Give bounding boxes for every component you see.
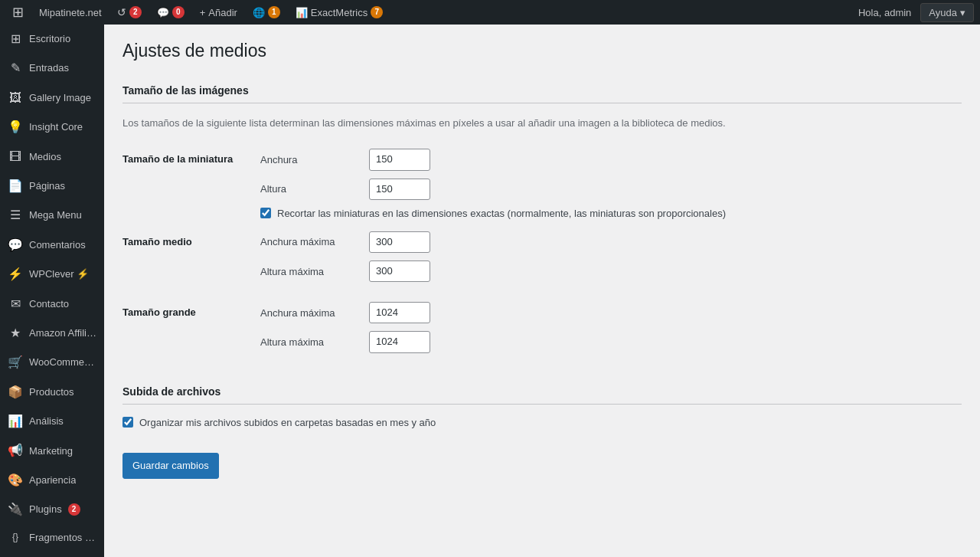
main-content: Ajustes de medios Tamaño de las imágenes… [104,25,980,557]
ayuda-button[interactable]: Ayuda ▾ [920,3,974,22]
sidebar-label-insight-core: Insight Core [29,120,83,134]
save-button[interactable]: Guardar cambios [122,453,219,480]
thumbnail-fields: Anchura Altura Recortar las miniaturas e… [260,149,962,218]
admin-bar-exactmetrics[interactable]: 📊 ExactMetrics 7 [289,0,389,25]
sidebar-label-apariencia: Apariencia [29,473,76,487]
entradas-icon: ✎ [8,60,23,77]
gallery-image-icon: 🖼 [8,90,23,106]
medium-height-label: Altura máxima [260,266,360,277]
sidebar-item-apariencia[interactable]: 🎨 Apariencia [0,466,104,495]
page-header: Ajustes de medios [122,40,962,78]
page-title: Ajustes de medios [122,40,266,63]
sidebar-item-productos[interactable]: 📦 Productos [0,378,104,407]
upload-section: Subida de archivos Organizar mis archivo… [122,385,962,428]
updates-icon: ↺ [117,6,126,18]
exactmetrics-badge: 7 [371,6,383,18]
thumbnail-width-label: Anchura [260,154,360,165]
sidebar-label-comentarios: Comentarios [29,238,86,252]
sidebar: ⊞ Escritorio ✎ Entradas 🖼 Gallery Image … [0,25,104,557]
thumbnail-label: Tamaño de la miniatura [122,149,260,165]
sidebar-item-paginas[interactable]: 📄 Páginas [0,172,104,201]
sidebar-item-medios[interactable]: 🎞 Medios [0,143,104,172]
plugins-icon: 🔌 [8,501,23,518]
sidebar-item-escritorio[interactable]: ⊞ Escritorio [0,25,104,54]
sidebar-label-contacto: Contacto [29,297,69,311]
analisis-icon: 📊 [8,413,23,430]
medium-width-row: Anchura máxima [260,231,962,253]
medium-section: Tamaño medio Anchura máxima Altura máxim… [122,231,962,290]
contacto-icon: ✉ [8,296,23,313]
sidebar-label-entradas: Entradas [29,61,69,75]
large-height-label: Altura máxima [260,336,360,348]
admin-bar-comments[interactable]: 💬 0 [151,0,191,25]
upload-organize-checkbox[interactable] [122,417,133,428]
thumbnail-width-row: Anchura [260,149,962,170]
sidebar-label-amazon-affiliate: Amazon Affiliate [29,326,96,340]
thumbnail-crop-label[interactable]: Recortar las miniaturas en las dimension… [277,208,726,219]
medium-label: Tamaño medio [122,231,260,247]
escritorio-icon: ⊞ [8,31,23,48]
medium-width-label: Anchura máxima [260,236,360,247]
comments-badge: 0 [172,6,185,18]
large-height-input[interactable] [369,331,430,352]
admin-bar-wpml[interactable]: 🌐 1 [247,0,286,25]
sidebar-label-paginas: Páginas [29,179,65,193]
hola-label: Hola, admin [852,7,917,18]
form-actions: Guardar cambios [122,453,962,480]
medium-width-input[interactable] [369,231,430,253]
wpclever-icon: ⚡ [8,266,23,283]
image-sizes-description: Los tamaños de la siguiente lista determ… [122,116,962,131]
admin-bar: ⊞ Mipatinete.net ↺ 2 💬 0 + Añadir 🌐 1 📊 … [0,0,980,25]
large-fields: Anchura máxima Altura máxima [260,302,962,360]
large-section: Tamaño grande Anchura máxima Altura máxi… [122,302,962,360]
site-name-label: Mipatinete.net [39,7,102,18]
sidebar-label-fragmentos: Fragmentos de código [29,531,96,545]
plugins-badge: 2 [68,503,80,516]
sidebar-item-wpclever[interactable]: ⚡ WPClever ⚡ [0,260,104,289]
sidebar-item-amazon-affiliate[interactable]: ★ Amazon Affiliate [0,319,104,348]
medium-fields: Anchura máxima Altura máxima [260,231,962,290]
sidebar-label-medios: Medios [29,150,61,164]
sidebar-label-gallery-image: Gallery Image [29,91,91,105]
productos-icon: 📦 [8,384,23,401]
sidebar-item-woocommerce[interactable]: 🛒 WooCommerce [0,348,104,377]
admin-bar-right: Hola, admin Ayuda ▾ [852,3,974,22]
image-sizes-section: Tamaño de las imágenes Los tamaños de la… [122,84,962,361]
thumbnail-height-input[interactable] [369,179,430,200]
upload-organize-label[interactable]: Organizar mis archivos subidos en carpet… [139,417,436,428]
sidebar-item-entradas[interactable]: ✎ Entradas [0,54,104,83]
sidebar-label-woocommerce: WooCommerce [29,355,96,369]
sidebar-label-escritorio: Escritorio [29,32,70,46]
thumbnail-crop-checkbox[interactable] [260,208,271,218]
add-icon: + [200,7,206,18]
thumbnail-width-input[interactable] [369,149,430,170]
sidebar-item-fragmentos[interactable]: {} Fragmentos de código [0,525,104,551]
sidebar-item-marketing[interactable]: 📢 Marketing [0,436,104,465]
woocommerce-icon: 🛒 [8,354,23,371]
admin-bar-add-new[interactable]: + Añadir [194,0,243,25]
sidebar-item-comentarios[interactable]: 💬 Comentarios [0,231,104,260]
paginas-icon: 📄 [8,178,23,195]
thumbnail-height-row: Altura [260,179,962,200]
admin-bar-updates[interactable]: ↺ 2 [111,0,148,25]
sidebar-item-contacto[interactable]: ✉ Contacto [0,290,104,319]
medios-icon: 🎞 [8,149,23,165]
sidebar-item-gallery-image[interactable]: 🖼 Gallery Image [0,84,104,113]
sidebar-item-usuarios[interactable]: 👤 Usuarios [0,551,104,557]
sidebar-item-insight-core[interactable]: 💡 Insight Core [0,113,104,142]
large-width-input[interactable] [369,302,430,323]
image-sizes-title: Tamaño de las imágenes [122,84,962,103]
sidebar-label-wpclever: WPClever ⚡ [29,267,89,281]
amazon-affiliate-icon: ★ [8,325,23,342]
marketing-icon: 📢 [8,442,23,459]
sidebar-item-mega-menu[interactable]: ☰ Mega Menu [0,201,104,230]
admin-bar-wp-logo[interactable]: ⊞ [6,0,30,25]
sidebar-item-plugins[interactable]: 🔌 Plugins 2 [0,495,104,524]
sidebar-label-mega-menu: Mega Menu [29,208,82,222]
sidebar-item-analisis[interactable]: 📊 Análisis [0,407,104,436]
medium-height-input[interactable] [369,260,430,282]
fragmentos-icon: {} [8,531,23,544]
comentarios-icon: 💬 [8,237,23,254]
admin-bar-site-name[interactable]: Mipatinete.net [33,0,108,25]
apariencia-icon: 🎨 [8,472,23,489]
